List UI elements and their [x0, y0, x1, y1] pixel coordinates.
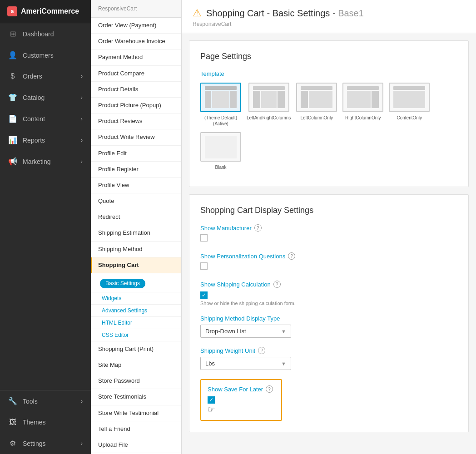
sidebar-item-label: Themes: [23, 419, 46, 426]
svg-rect-1: [205, 91, 211, 108]
sidebar-item-label: Marketing: [23, 158, 50, 165]
subnav-panel: ResponsiveCart Order View (Payment)Order…: [91, 0, 182, 454]
subnav-item-profile-register[interactable]: Profile Register: [91, 162, 181, 178]
subnav-item-upload-file[interactable]: Upload File: [91, 437, 181, 453]
help-icon-show-personalization[interactable]: ?: [288, 252, 295, 260]
main-content: ⚠ Shopping Cart - Basic Settings - Base1…: [182, 0, 476, 454]
help-icon-show-manufacturer[interactable]: ?: [254, 224, 262, 232]
subnav-item-quote[interactable]: Quote: [91, 193, 181, 209]
svg-rect-2: [212, 91, 229, 108]
breadcrumb: ResponsiveCart: [193, 21, 465, 27]
subnav-item-basic-settings: Basic Settings: [91, 273, 181, 292]
shipping-weight-select[interactable]: Lbs ▼: [200, 357, 291, 370]
subnav-pill-basic-settings[interactable]: Basic Settings: [100, 279, 145, 288]
svg-rect-14: [393, 86, 425, 90]
checkbox-show-shipping[interactable]: ✓: [200, 291, 208, 299]
template-label: Template: [200, 70, 457, 77]
subnav-item-css-editor[interactable]: CSS Editor: [91, 329, 181, 341]
sidebar-item-reports[interactable]: 📊 Reports ›: [0, 129, 91, 151]
subnav-item-widgets[interactable]: Widgets: [91, 292, 181, 305]
subnav-item-shipping-estimation[interactable]: Shipping Estimation: [91, 225, 181, 241]
shipping-weight-help-icon[interactable]: ?: [258, 347, 265, 354]
subnav-items: Order View (Payment)Order Warehouse Invo…: [91, 18, 181, 453]
subnav-item-shipping-method[interactable]: Shipping Method: [91, 242, 181, 257]
subnav-item-redirect[interactable]: Redirect: [91, 209, 181, 225]
sidebar-item-tools[interactable]: 🔧 Tools ›: [0, 390, 91, 412]
page-title: Shopping Cart - Basic Settings - Base1: [206, 8, 364, 19]
display-settings-title: Shopping Cart Display Settings: [200, 206, 457, 215]
subnav-item-store-write-testimonial[interactable]: Store Write Testimonial: [91, 405, 181, 421]
chevron-right-icon: ›: [81, 440, 83, 447]
shipping-weight-field: Shipping Weight Unit ? Lbs ▼: [200, 347, 457, 370]
subnav-item-store-password[interactable]: Store Password: [91, 373, 181, 389]
field-show-personalization: Show Personalization Questions ?: [200, 252, 457, 271]
template-thumb-theme-default: [200, 83, 241, 112]
sidebar-item-label: Customers: [23, 52, 54, 59]
subnav-item-shopping-cart-print[interactable]: Shopping Cart (Print): [91, 341, 181, 357]
page-settings-card: Page Settings Template (Theme Default) (…: [189, 40, 469, 187]
template-thumb-left-and-right: [248, 83, 289, 112]
subnav-item-order-view-payment[interactable]: Order View (Payment): [91, 18, 181, 34]
template-option-theme-default[interactable]: (Theme Default) (Active): [200, 83, 241, 127]
template-label-content-only: ContentOnly: [397, 115, 422, 121]
subnav-item-shopping-cart[interactable]: Shopping Cart: [91, 257, 181, 273]
subnav-item-tell-a-friend[interactable]: Tell a Friend: [91, 421, 181, 437]
display-settings-card: Shopping Cart Display Settings Show Manu…: [189, 194, 469, 432]
shipping-method-select[interactable]: Drop-Down List ▼: [200, 325, 291, 338]
subnav-item-product-picture-popup[interactable]: Product Picture (Popup): [91, 98, 181, 114]
subnav-item-product-write-review[interactable]: Product Write Review: [91, 129, 181, 145]
svg-rect-13: [372, 91, 379, 108]
show-save-for-later-checkbox[interactable]: ✓: [208, 396, 215, 404]
svg-rect-11: [347, 86, 379, 90]
logo-area[interactable]: a AmeriCommerce: [0, 0, 91, 23]
subnav-item-payment-method[interactable]: Payment Method: [91, 49, 181, 65]
template-thumb-right-column: [342, 83, 383, 112]
page-header: ⚠ Shopping Cart - Basic Settings - Base1…: [182, 0, 476, 33]
show-save-for-later-label: Show Save For Later ?: [208, 385, 275, 393]
themes-icon: 🖼: [8, 418, 17, 426]
subnav-item-profile-edit[interactable]: Profile Edit: [91, 146, 181, 162]
template-option-left-column[interactable]: LeftColumnOnly: [296, 83, 337, 121]
sidebar-item-dashboard[interactable]: ⊞ Dashboard: [0, 23, 91, 44]
subnav-item-order-warehouse-invoice[interactable]: Order Warehouse Invoice: [91, 34, 181, 49]
subnav-item-product-compare[interactable]: Product Compare: [91, 66, 181, 82]
help-icon-show-shipping[interactable]: ?: [273, 281, 281, 288]
svg-rect-16: [205, 136, 237, 158]
sidebar-item-themes[interactable]: 🖼 Themes: [0, 412, 91, 433]
sidebar-item-orders[interactable]: $ Orders ›: [0, 66, 91, 87]
catalog-icon: 👕: [8, 93, 17, 102]
template-option-blank[interactable]: Blank: [200, 132, 241, 170]
subnav-item-profile-view[interactable]: Profile View: [91, 178, 181, 193]
svg-rect-5: [253, 91, 260, 108]
content-body: Page Settings Template (Theme Default) (…: [182, 40, 476, 432]
checkbox-show-personalization[interactable]: [200, 262, 208, 270]
subnav-item-product-details[interactable]: Product Details: [91, 82, 181, 98]
warning-icon: ⚠: [193, 7, 202, 19]
page-settings-title: Page Settings: [200, 52, 457, 61]
sidebar-item-marketing[interactable]: 📢 Marketing ›: [0, 151, 91, 172]
sidebar-item-customers[interactable]: 👤 Customers: [0, 44, 91, 66]
sidebar-item-settings[interactable]: ⚙ Settings ›: [0, 433, 91, 454]
field-show-shipping: Show Shipping Calculation ?✓Show or hide…: [200, 281, 457, 306]
sidebar-bottom: 🔧 Tools ›🖼 Themes ⚙ Settings ›: [0, 390, 91, 454]
subnav-item-html-editor[interactable]: HTML Editor: [91, 317, 181, 329]
subnav-item-store-testimonials[interactable]: Store Testimonials: [91, 389, 181, 405]
svg-rect-12: [347, 91, 371, 108]
sidebar-item-label: Tools: [23, 398, 38, 405]
reports-icon: 📊: [8, 136, 17, 144]
checkbox-show-manufacturer[interactable]: [200, 234, 208, 242]
template-option-content-only[interactable]: ContentOnly: [389, 83, 430, 121]
template-label-blank: Blank: [215, 164, 226, 170]
template-option-right-column[interactable]: RightColumnOnly: [342, 83, 383, 121]
subnav-item-advanced-settings[interactable]: Advanced Settings: [91, 305, 181, 317]
save-for-later-help-icon[interactable]: ?: [266, 385, 273, 393]
template-option-left-and-right[interactable]: LeftAndRightColumns: [247, 83, 291, 121]
sidebar-item-content[interactable]: 📄 Content ›: [0, 108, 91, 129]
label-show-manufacturer: Show Manufacturer ?: [200, 224, 457, 232]
shipping-method-field: Shipping Method Display Type Drop-Down L…: [200, 315, 457, 338]
subnav-item-product-reviews[interactable]: Product Reviews: [91, 114, 181, 129]
sidebar-item-catalog[interactable]: 👕 Catalog ›: [0, 87, 91, 108]
app-name: AmeriCommerce: [21, 7, 79, 15]
subnav-item-site-map[interactable]: Site Map: [91, 357, 181, 373]
logo-badge: a: [7, 6, 17, 16]
